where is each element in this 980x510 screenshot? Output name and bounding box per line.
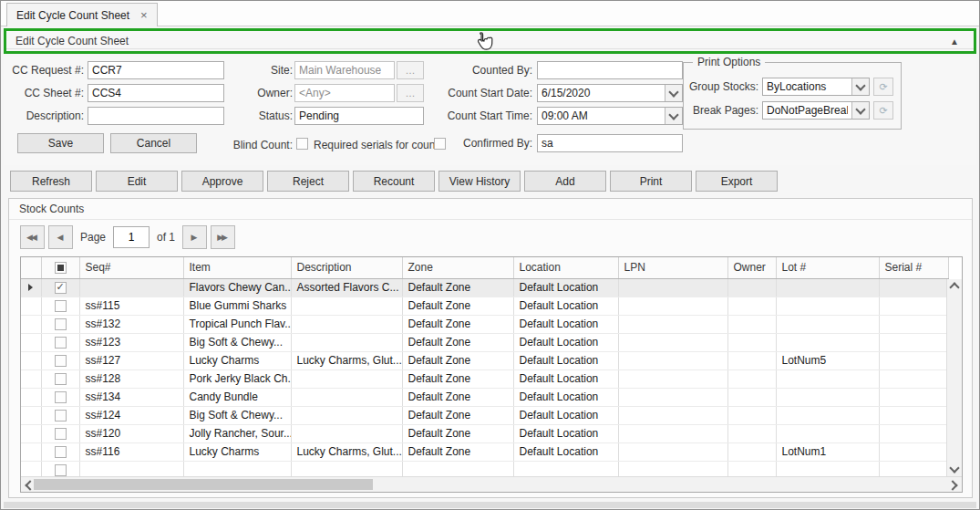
column-header-serial[interactable]: Serial # [879, 257, 948, 278]
column-header-item[interactable]: Item [183, 257, 291, 278]
vertical-scrollbar[interactable] [946, 279, 962, 476]
row-select-checkbox[interactable] [55, 373, 67, 385]
cell-owner[interactable] [727, 369, 776, 388]
cell-zone[interactable]: Default Zone [402, 351, 513, 369]
cell-lpn[interactable] [618, 297, 727, 315]
cell-owner[interactable] [727, 442, 776, 461]
cell-serial[interactable] [879, 278, 948, 297]
table-row[interactable]: ss#115Blue Gummi SharksDefault ZoneDefau… [21, 297, 948, 315]
column-header-description[interactable]: Description [291, 257, 402, 278]
cell-item[interactable]: Lucky Charms [183, 351, 291, 369]
cell-seq[interactable]: ss#115 [79, 297, 183, 315]
table-row[interactable]: ss#127Lucky CharmsLucky Charms, Glut...D… [21, 351, 948, 369]
row-select-checkbox[interactable] [55, 300, 67, 312]
cell-seq[interactable]: ss#132 [79, 315, 183, 333]
cell-lpn[interactable] [618, 315, 727, 333]
first-page-button[interactable]: ◀◀ [20, 225, 45, 249]
cell-serial[interactable] [879, 442, 948, 461]
cell-lot[interactable] [776, 333, 879, 351]
cell-seq[interactable]: ss#116 [79, 442, 183, 461]
count-start-date-combobox[interactable] [537, 84, 683, 102]
view-history-button[interactable]: View History [438, 171, 521, 192]
cell-zone[interactable]: Default Zone [402, 406, 513, 424]
horizontal-scrollbar[interactable] [21, 476, 962, 492]
table-row[interactable]: ss#128Pork Jerky Black Ch...Default Zone… [21, 369, 948, 388]
cell-owner[interactable] [727, 351, 776, 369]
table-row[interactable]: ss#123Big Soft & Chewy...Default ZoneDef… [21, 333, 948, 351]
print-button[interactable]: Print [610, 171, 692, 192]
select-all-header[interactable] [41, 257, 79, 278]
break-pages-input[interactable] [763, 102, 851, 119]
cell-description[interactable]: Lucky Charms, Glut... [291, 442, 402, 461]
cell-location[interactable]: Default Location [513, 369, 618, 388]
cell-item[interactable]: Big Soft & Chewy... [183, 406, 291, 424]
cell-lpn[interactable] [618, 351, 727, 369]
cell-location[interactable]: Default Location [513, 278, 618, 297]
cell-zone[interactable]: Default Zone [402, 369, 513, 388]
cell-lpn[interactable] [618, 278, 727, 297]
cell-description[interactable] [291, 369, 402, 388]
cell-description[interactable] [291, 333, 402, 351]
cell-lot[interactable]: LotNum1 [776, 442, 879, 461]
cell-item[interactable]: Blue Gummi Sharks [183, 297, 291, 315]
cell-location[interactable]: Default Location [513, 297, 618, 315]
counted-by-input[interactable] [537, 61, 683, 79]
cell-lot[interactable]: LotNum5 [776, 351, 879, 369]
cell-owner[interactable] [727, 315, 776, 333]
break-pages-combobox[interactable] [762, 101, 870, 120]
cell-lpn[interactable] [618, 442, 727, 461]
cell-seq[interactable]: ss#124 [79, 406, 183, 424]
row-select-checkbox[interactable] [55, 282, 67, 294]
cell-zone[interactable]: Default Zone [402, 297, 513, 315]
row-select-checkbox[interactable] [55, 410, 67, 422]
cell-seq[interactable]: ss#134 [79, 388, 183, 406]
break-pages-dropdown-button[interactable] [851, 102, 869, 119]
cell-owner[interactable] [727, 424, 776, 442]
table-row[interactable]: ss#124Big Soft & Chewy...Default ZoneDef… [21, 406, 948, 424]
cell-serial[interactable] [879, 315, 948, 333]
cell-location[interactable]: Default Location [513, 442, 618, 461]
cell-item[interactable]: Lucky Charms [183, 442, 291, 461]
cell-lot[interactable] [776, 278, 879, 297]
cell-seq[interactable]: ss#120 [79, 424, 183, 442]
count-start-time-input[interactable] [538, 108, 665, 124]
break-pages-refresh-button[interactable]: ⟳ [873, 101, 893, 120]
confirmed-by-input[interactable] [537, 134, 683, 152]
cell-lpn[interactable] [618, 424, 727, 442]
table-row[interactable]: ss#132Tropical Punch Flav...Default Zone… [21, 315, 948, 333]
cell-description[interactable] [291, 406, 402, 424]
cell-item[interactable]: Big Soft & Chewy... [183, 333, 291, 351]
next-page-button[interactable]: ▶ [182, 225, 207, 249]
count-start-date-dropdown-button[interactable] [665, 85, 682, 101]
cell-seq[interactable]: ss#128 [79, 369, 183, 388]
cell-item[interactable]: Pork Jerky Black Ch... [183, 369, 291, 388]
cell-description[interactable] [291, 297, 402, 315]
cell-serial[interactable] [879, 424, 948, 442]
cell-location[interactable]: Default Location [513, 424, 618, 442]
cell-lpn[interactable] [618, 333, 727, 351]
column-header-owner[interactable]: Owner [727, 257, 776, 278]
add-button[interactable]: Add [524, 171, 606, 192]
row-select-checkbox[interactable] [55, 318, 67, 330]
cell-owner[interactable] [727, 406, 776, 424]
count-start-time-dropdown-button[interactable] [665, 108, 682, 124]
cell-description[interactable]: Assorted Flavors C... [291, 278, 402, 297]
scroll-up-icon[interactable] [949, 282, 959, 292]
blind-count-checkbox[interactable] [296, 138, 308, 150]
row-select-checkbox[interactable] [55, 464, 67, 476]
cell-serial[interactable] [879, 406, 948, 424]
cell-zone[interactable]: Default Zone [402, 424, 513, 442]
column-header-location[interactable]: Location [513, 257, 618, 278]
collapse-arrow-icon[interactable]: ▲ [950, 36, 965, 47]
prev-page-button[interactable]: ◀ [48, 225, 73, 249]
cell-owner[interactable] [727, 333, 776, 351]
select-all-checkbox[interactable] [55, 262, 67, 274]
cell-item[interactable]: Tropical Punch Flav... [183, 315, 291, 333]
row-select-checkbox[interactable] [55, 391, 67, 403]
cell-seq[interactable]: ss#123 [79, 333, 183, 351]
save-button[interactable]: Save [17, 133, 104, 153]
cell-location[interactable]: Default Location [513, 333, 618, 351]
export-button[interactable]: Export [696, 171, 778, 192]
edit-button[interactable]: Edit [96, 171, 178, 192]
cell-zone[interactable]: Default Zone [402, 333, 513, 351]
